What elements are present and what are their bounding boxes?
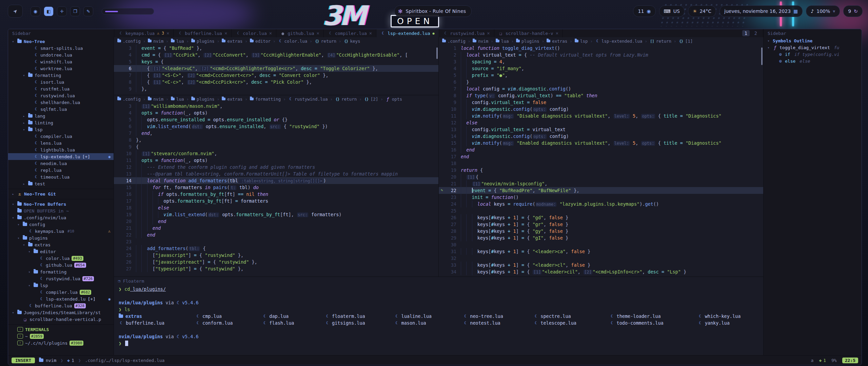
breadcrumb-item[interactable]: lua bbox=[496, 39, 509, 44]
floaterm-terminal[interactable]: ❯cd lua/plugins/ nvim/lua/plugins via ☾ … bbox=[114, 285, 763, 355]
tab-color.lua[interactable]: ☾color.lua× bbox=[232, 29, 276, 37]
tab-close-icon[interactable]: × bbox=[166, 30, 169, 36]
breadcrumb-item[interactable]: .config bbox=[117, 97, 141, 102]
breadcrumb-item[interactable]: editor bbox=[250, 39, 271, 44]
breadcrumb-item[interactable]: plugins bbox=[516, 39, 539, 44]
file-item[interactable]: ☾bufferline.lua bbox=[119, 320, 195, 326]
tab-rustywind.lua[interactable]: ☾rustywind.lua× bbox=[439, 29, 494, 37]
date-widget[interactable]: jueves, noviembre 16, 2023 ▦ bbox=[719, 5, 803, 17]
tree-item[interactable]: ☾winshift.lua bbox=[8, 58, 114, 65]
workspace-button[interactable]: ◉ bbox=[31, 6, 40, 16]
breadcrumb-item[interactable]: ☾rustywind.lua bbox=[288, 97, 328, 102]
tab-close-icon[interactable]: × bbox=[369, 30, 372, 36]
tree-item[interactable]: ☾compiler.lua bbox=[8, 133, 114, 140]
tree-item[interactable]: ☾bufferline.lua#328 bbox=[8, 302, 114, 309]
tree-item[interactable]: ▾formatting bbox=[8, 72, 114, 79]
notes-button[interactable]: ✎ bbox=[83, 6, 93, 16]
tree-item[interactable]: ▾formatting bbox=[8, 268, 114, 275]
music-widget[interactable]: ✻ Spiritbox - Rule Of Nines bbox=[394, 5, 472, 17]
tree-item[interactable]: ☾rustfmt.lua bbox=[8, 85, 114, 92]
temperature-widget[interactable]: ☀ 24°C bbox=[688, 5, 716, 17]
breadcrumb-item[interactable]: extras bbox=[547, 39, 567, 44]
tree-item[interactable]: ☾timeout.lua bbox=[8, 174, 114, 180]
breadcrumb-item[interactable]: {}[2] bbox=[364, 97, 378, 102]
outline-item[interactable]: ⊙elseelse bbox=[764, 58, 862, 64]
breadcrumb-item[interactable]: nvim bbox=[148, 39, 163, 44]
file-item[interactable]: ☾neo-tree.lua bbox=[463, 313, 533, 320]
tree-item[interactable]: ☾compiler.lua#682 bbox=[8, 289, 114, 296]
breadcrumb-item[interactable]: []return bbox=[650, 39, 671, 44]
file-item[interactable]: ☾mason.lua bbox=[394, 320, 463, 326]
file-item[interactable]: ☾which-key.lua bbox=[698, 313, 758, 320]
tab-scrollbar-handle-v[interactable]: ❏scrollbar-handle-v× bbox=[494, 29, 563, 37]
tree-item[interactable]: ☾shellharden.lua bbox=[8, 99, 114, 106]
breadcrumb-item[interactable]: {}[1] bbox=[679, 39, 693, 44]
volume-widget[interactable]: ♪ 100% ▾ bbox=[806, 5, 840, 17]
neotree-header-git[interactable]: ▸±Neo-Tree Git bbox=[8, 190, 114, 197]
scrollbar[interactable] bbox=[761, 47, 763, 65]
tree-item[interactable]: ›~#2859 bbox=[8, 333, 114, 340]
tabpage-2[interactable]: 2 bbox=[752, 30, 760, 36]
neotree-header-terminals[interactable]: ›TERMINALS bbox=[8, 326, 114, 333]
split-button[interactable]: ✛ bbox=[57, 6, 67, 16]
tab-close-icon[interactable]: × bbox=[487, 30, 490, 36]
updates-widget[interactable]: 9 ↻ bbox=[843, 5, 863, 17]
tree-item[interactable]: ☾smart-splits.lua bbox=[8, 45, 114, 52]
tab-keymaps.lua[interactable]: ☾keymaps.lua⚠ 3× bbox=[114, 29, 174, 37]
slider-thumb[interactable] bbox=[105, 11, 118, 12]
file-item[interactable]: ☾telescope.lua bbox=[533, 320, 609, 326]
tree-item[interactable]: ▾extras bbox=[8, 241, 114, 248]
tab-close-icon[interactable]: × bbox=[317, 30, 319, 36]
tree-item[interactable]: ▾plugins bbox=[8, 235, 114, 241]
breadcrumb-item[interactable]: lua bbox=[171, 39, 184, 44]
outline-header[interactable]: ▾ Symbols Outline bbox=[764, 37, 862, 44]
tree-item[interactable]: ☾sqlfmt.lua bbox=[8, 106, 114, 113]
breadcrumb-item[interactable]: ☾lsp-extended.lua bbox=[595, 39, 642, 44]
editor-pane-rustywind[interactable]: .config›nvim›lua›plugins›extras›formatti… bbox=[114, 95, 438, 277]
tree-item[interactable]: ☾lsp-extended.lu[+]◉ bbox=[8, 296, 114, 302]
outline-item[interactable]: ▾ƒtoggle_diag_virtextfu bbox=[764, 44, 862, 51]
breadcrumb-item[interactable]: .config bbox=[442, 39, 466, 44]
file-item[interactable]: ☾theme-loader.lua bbox=[610, 313, 698, 320]
file-item[interactable]: ☾dap.lua bbox=[262, 313, 325, 320]
neotree-header-buffers[interactable]: ▾Neo-Tree Buffers bbox=[8, 201, 114, 207]
file-item[interactable]: ☾neotest.lua bbox=[463, 320, 533, 326]
breadcrumb-item[interactable]: nvim bbox=[473, 39, 488, 44]
tree-item[interactable]: ▾editor bbox=[8, 248, 114, 255]
breadcrumb-item[interactable]: lsp bbox=[575, 39, 588, 44]
tab-close-icon[interactable]: × bbox=[556, 30, 558, 36]
tree-item[interactable]: ▾lsp bbox=[8, 282, 114, 289]
breadcrumb-item[interactable]: ƒopts bbox=[386, 97, 402, 102]
tabpage-1[interactable]: 1 bbox=[742, 30, 750, 36]
file-item[interactable]: ☾yanky.lua bbox=[698, 320, 758, 326]
layout-button[interactable]: ◧ bbox=[44, 6, 54, 16]
file-item[interactable]: ☾todo-comments.lua bbox=[610, 320, 698, 326]
file-item[interactable]: ☾gitsigns.lua bbox=[325, 320, 394, 326]
outline-item[interactable]: ⊙ifif type(config.vi bbox=[764, 51, 862, 58]
windows-button[interactable]: ❐ bbox=[70, 6, 80, 16]
tree-item[interactable]: ▾lsp bbox=[8, 126, 114, 133]
file-item[interactable]: extras bbox=[119, 313, 195, 320]
keyboard-layout-widget[interactable]: ⌨ US bbox=[659, 5, 685, 17]
tree-item[interactable]: ☾repl.lua bbox=[8, 167, 114, 174]
tree-item[interactable]: OPEN BUFFERS in ~ bbox=[8, 207, 114, 214]
tree-item[interactable]: ▾.config/nvim/lua bbox=[8, 214, 114, 221]
breadcrumb-item[interactable]: lua bbox=[171, 97, 184, 102]
breadcrumb-item[interactable]: plugins bbox=[191, 39, 215, 44]
breadcrumb-item[interactable]: {}keys bbox=[344, 39, 360, 44]
tree-item[interactable]: ☾isort.lua bbox=[8, 79, 114, 85]
breadcrumb-item[interactable]: extras bbox=[222, 97, 242, 102]
tree-item[interactable]: ☾rustywind.lua#726 bbox=[8, 275, 114, 282]
tab-lsp-extended.lua[interactable]: ☾lsp-extended.lua● bbox=[376, 29, 439, 37]
scrollbar[interactable] bbox=[436, 47, 438, 59]
file-item[interactable]: ☾cmp.lua bbox=[195, 313, 262, 320]
tree-item[interactable]: ☾rustywind.lua bbox=[8, 92, 114, 99]
tree-item[interactable]: ☾keymaps.lua#10⚠ bbox=[8, 228, 114, 235]
tree-item[interactable]: ☾color.lua#493 bbox=[8, 255, 114, 262]
tree-item[interactable]: ▾Juegos/Indies/SteamLibrary/st bbox=[8, 309, 114, 316]
tab-bufferline.lua[interactable]: ☾bufferline.lua× bbox=[174, 29, 232, 37]
tree-item[interactable]: ☾worktree.lua bbox=[8, 65, 114, 72]
tree-item[interactable]: ▸linting bbox=[8, 119, 114, 126]
tab-close-icon[interactable]: × bbox=[224, 30, 227, 36]
breadcrumb-item[interactable]: plugins bbox=[191, 97, 215, 102]
